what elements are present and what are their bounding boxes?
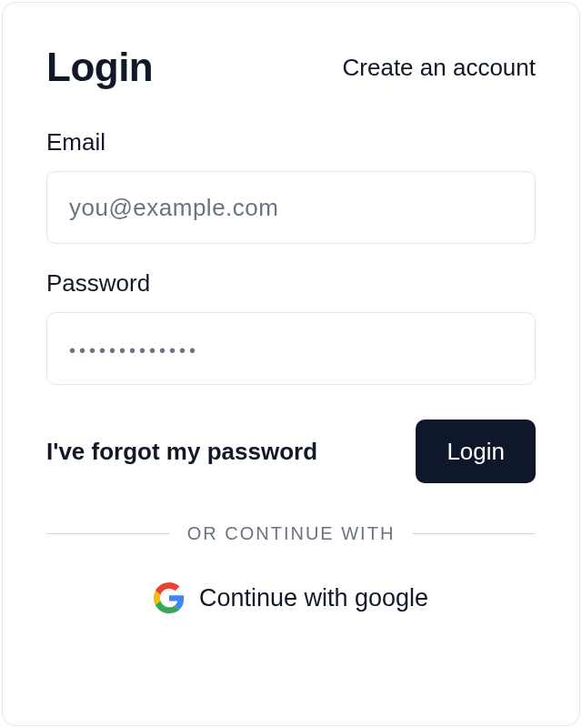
divider-text: OR CONTINUE WITH xyxy=(187,523,396,544)
login-button[interactable]: Login xyxy=(416,420,536,483)
login-card: Login Create an account Email Password I… xyxy=(2,2,580,726)
email-label: Email xyxy=(46,128,536,157)
password-field-block: Password xyxy=(46,269,536,385)
email-field-block: Email xyxy=(46,128,536,244)
google-button-label: Continue with google xyxy=(199,584,428,612)
create-account-link[interactable]: Create an account xyxy=(343,54,536,82)
divider-row: OR CONTINUE WITH xyxy=(46,523,536,544)
header-row: Login Create an account xyxy=(46,45,536,90)
continue-with-google-button[interactable]: Continue with google xyxy=(46,575,536,617)
action-row: I've forgot my password Login xyxy=(46,420,536,483)
password-label: Password xyxy=(46,269,536,298)
forgot-password-link[interactable]: I've forgot my password xyxy=(46,438,317,466)
email-input[interactable] xyxy=(46,171,536,244)
page-title: Login xyxy=(46,45,153,90)
divider-line-right xyxy=(413,533,536,534)
divider-line-left xyxy=(46,533,169,534)
google-icon xyxy=(154,582,185,613)
password-input[interactable] xyxy=(46,312,536,385)
